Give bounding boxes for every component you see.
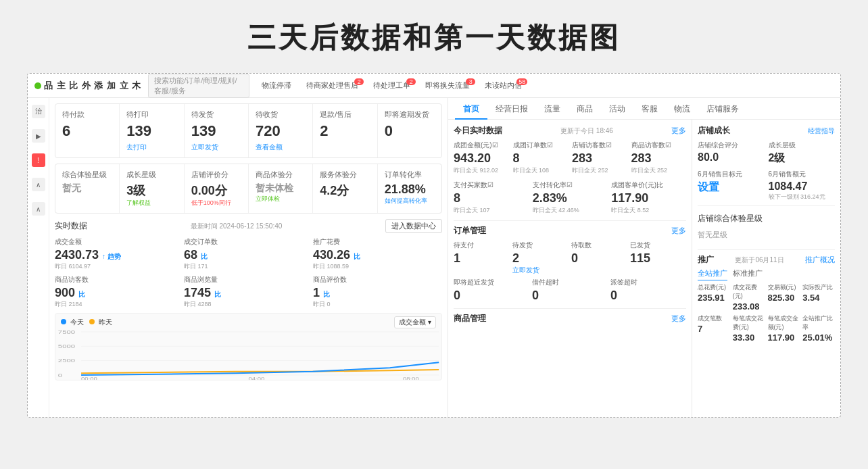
metric-pay-buyers: 支付买家数☑ 8 昨日全天 107 xyxy=(454,180,529,215)
tab-activity[interactable]: 活动 xyxy=(601,98,633,120)
legend-today: 今天 xyxy=(61,318,84,327)
metric-sub-pay-conversion: 昨日全天 42.46% xyxy=(533,206,608,215)
stat-link-waitship[interactable]: 立即发货 xyxy=(191,143,241,152)
tab-daily[interactable]: 经营日报 xyxy=(487,98,536,120)
stat-value-waitship: 139 xyxy=(191,122,241,140)
sidebar-icon-5[interactable]: ∧ xyxy=(32,202,45,216)
order-value-sign-timeout: 0 xyxy=(610,289,686,303)
stat-label-waitprint: 待打印 xyxy=(126,109,176,120)
tab-goods[interactable]: 商品 xyxy=(569,98,601,120)
rt-item-orders: 成交订单数 68 比 昨日 171 xyxy=(184,237,313,271)
rt-trend-amount[interactable]: ↑ 趋势 xyxy=(102,253,121,260)
metric-chengtuan-amount: 成团金额(元)☑ 943.20 昨日全天 912.02 xyxy=(454,141,509,175)
sidebar-icon-2[interactable]: ▶ xyxy=(32,129,45,143)
store-growth-title: 店铺成长 xyxy=(698,125,730,137)
today-data-link[interactable]: 更多 xyxy=(671,126,686,136)
metric-label-chengtuan: 成团金额(元)☑ xyxy=(454,141,509,150)
score-sub-shop: 低于100%同行 xyxy=(191,199,241,207)
rt-item-promo: 推广花费 430.26 比 昨日 1088.59 xyxy=(313,237,442,271)
metric-sub-shop-visitors: 昨日全天 252 xyxy=(572,166,627,175)
store-growth-section: 店铺成长 经营指导 店铺综合评分 80.0 成长层级 2级 xyxy=(698,125,835,243)
metric-value-avg-order: 117.90 xyxy=(611,191,686,205)
rt-trend-orders[interactable]: 比 xyxy=(201,253,208,260)
rt-trend-visitors[interactable]: 比 xyxy=(78,291,85,298)
today-data-header: 今日实时数据 更新于今日 18:46 更多 xyxy=(454,125,686,137)
nav-item-traffic[interactable]: 即将换失流量 3 xyxy=(418,78,477,93)
rt-label-visitors: 商品访客数 xyxy=(55,275,184,285)
order-label-shipped: 已发货 xyxy=(630,241,686,250)
right-content: 今日实时数据 更新于今日 18:46 更多 成团金额(元)☑ 943.20 昨日… xyxy=(448,120,840,417)
order-value-overdue-ship: 0 xyxy=(454,289,529,303)
order-value-waitship: 2 xyxy=(512,251,569,266)
search-bar[interactable]: 搜索功能/订单/商理/规则/客服/服务 xyxy=(148,74,249,98)
score-shop: 店铺评价分 0.00分 低于100%同行 xyxy=(185,164,249,213)
tab-traffic[interactable]: 流量 xyxy=(536,98,569,120)
nav-item-workorder[interactable]: 待处理工单 2 xyxy=(366,78,417,93)
growth-value-target[interactable]: 设置 xyxy=(698,180,765,195)
stat-value-refund: 2 xyxy=(320,122,370,140)
nav-label-logistics: 物流停滞 xyxy=(262,81,291,89)
svg-text:7500: 7500 xyxy=(58,328,76,335)
promo-tab-all[interactable]: 全站推广 xyxy=(698,268,727,280)
stat-waitpay: 待付款 6 xyxy=(55,104,120,157)
promo-label-roi: 实际投产比 xyxy=(802,283,835,292)
tab-home[interactable]: 首页 xyxy=(455,98,487,120)
nav-item-message[interactable]: 未读站内信 58 xyxy=(478,78,529,93)
tab-logistics[interactable]: 物流 xyxy=(666,98,698,120)
order-waitpay: 待支付 1 xyxy=(454,241,510,275)
nav-label-aftersale: 待商家处理售后 xyxy=(306,81,358,89)
promo-tab-standard[interactable]: 标准推广 xyxy=(733,268,763,280)
metric-value-pay-conversion: 2.83% xyxy=(533,191,608,205)
stat-value-waitprint: 139 xyxy=(126,122,176,140)
growth-level: 成长层级 2级 xyxy=(769,141,836,166)
chart-area: 今天 昨天 成交金额 ▾ 7500 5000 2500 xyxy=(55,313,442,380)
order-link-waitship[interactable]: 立即发货 xyxy=(512,266,569,275)
nav-item-logistics[interactable]: 物流停滞 xyxy=(255,78,298,93)
score-sub-goods[interactable]: 立即体检 xyxy=(256,195,306,203)
score-sub-conversion[interactable]: 如何提高转化率 xyxy=(385,197,435,205)
promo-total-cost: 总花费(元) 235.91 xyxy=(698,283,730,312)
metric-value-pay-buyers: 8 xyxy=(454,191,529,205)
rt-sub-amount: 昨日 6104.97 xyxy=(55,262,184,271)
growth-sales: 6月销售额元 1084.47 较下一级别 316.24元 xyxy=(769,170,836,201)
rt-trend-views[interactable]: 比 xyxy=(214,291,221,298)
tab-service[interactable]: 客服 xyxy=(633,98,666,120)
sidebar-icon-1[interactable]: 治 xyxy=(32,105,45,118)
today-data-title: 今日实时数据 xyxy=(454,125,502,137)
order-sign-timeout: 派签超时 0 xyxy=(610,278,686,303)
nav-item-aftersale[interactable]: 待商家处理售后 2 xyxy=(299,78,365,93)
rt-trend-reviews[interactable]: 比 xyxy=(323,291,330,298)
stat-waitship: 待发货 139 立即发货 xyxy=(185,104,249,157)
order-grid: 待支付 1 待发货 2 立即发货 待取数 0 xyxy=(454,241,686,275)
score-value-service: 4.2分 xyxy=(320,182,370,199)
metric-shop-visitors: 店铺访客数☑ 283 昨日全天 252 xyxy=(572,141,627,175)
stat-value-overdue: 0 xyxy=(385,122,435,140)
score-sub-growth[interactable]: 了解权益 xyxy=(126,199,176,207)
rt-value-reviews: 1 比 xyxy=(313,286,442,300)
store-growth-link[interactable]: 经营指导 xyxy=(808,126,835,136)
promo-label-cost-per-transaction: 每笔成交花费(元) xyxy=(733,314,765,332)
sidebar-icon-4[interactable]: ∧ xyxy=(32,178,45,191)
score-value-overall: 暂无 xyxy=(62,182,112,195)
order-link[interactable]: 更多 xyxy=(671,226,686,236)
chart-select[interactable]: 成交金额 ▾ xyxy=(394,316,436,328)
promo-link[interactable]: 推广概况 xyxy=(805,255,835,265)
sidebar-icon-3[interactable]: ! xyxy=(32,153,45,167)
tab-shop-service[interactable]: 店铺服务 xyxy=(698,98,747,120)
rt-trend-promo[interactable]: 比 xyxy=(354,253,360,260)
logo-area: 品 主 比 外 添 加 立 木 xyxy=(34,80,141,92)
stat-link-waitprint[interactable]: 去打印 xyxy=(126,143,176,152)
promo-metrics: 总花费(元) 235.91 成交花费(元) 233.08 交易额(元) 825.… xyxy=(698,283,835,312)
stat-link-waitreceive[interactable]: 查看金额 xyxy=(256,143,306,152)
stat-label-overdue: 即将逾期发货 xyxy=(385,109,435,120)
score-label-growth: 成长星级 xyxy=(126,170,176,180)
rt-sub-visitors: 昨日 2184 xyxy=(55,300,184,309)
logo-text: 品 主 比 外 添 加 立 木 xyxy=(44,80,141,92)
enter-data-center-button[interactable]: 进入数据中心 xyxy=(385,219,442,233)
divider-2 xyxy=(454,308,686,309)
badge-workorder: 2 xyxy=(406,78,416,85)
order-value-waitpick: 0 xyxy=(571,251,627,266)
order-label-delivery-timeout: 借件超时 xyxy=(532,278,608,287)
goods-link[interactable]: 更多 xyxy=(671,314,686,324)
metric-sub-pay-buyers: 昨日全天 107 xyxy=(454,206,529,215)
